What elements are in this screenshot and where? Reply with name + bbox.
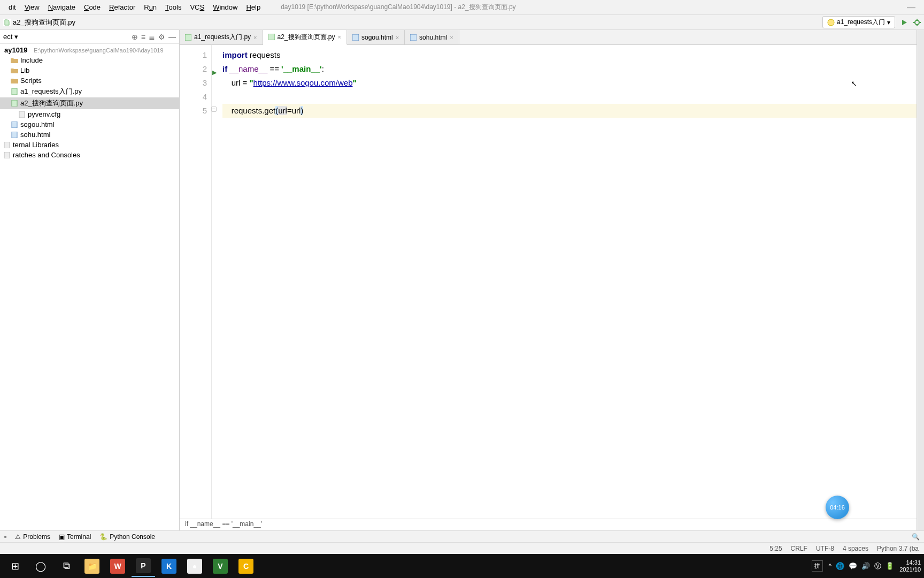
- tray-icon[interactable]: ^: [828, 562, 831, 570]
- code-breadcrumb[interactable]: if __name__ == '__main__': [180, 519, 924, 530]
- gear-icon[interactable]: ⚙: [158, 33, 165, 41]
- menu-refactor[interactable]: Refactor: [105, 2, 140, 12]
- debug-button[interactable]: [913, 19, 921, 26]
- menu-run[interactable]: Run: [140, 2, 161, 12]
- svg-rect-12: [4, 142, 10, 148]
- svg-rect-16: [352, 34, 359, 41]
- taskbar-app-6[interactable]: K: [157, 556, 181, 577]
- tree-item[interactable]: sohu.html: [0, 130, 179, 140]
- chevron-down-icon: ▾: [887, 19, 890, 26]
- status-encoding[interactable]: UTF-8: [816, 545, 834, 552]
- breadcrumb-file[interactable]: a2_搜狗查询页面.py: [13, 18, 75, 27]
- editor-tab[interactable]: sohu.html×: [405, 30, 459, 44]
- file-icon: [410, 34, 417, 41]
- close-icon[interactable]: ×: [396, 34, 399, 41]
- tray-icon[interactable]: 🔋: [886, 562, 894, 570]
- tree-item[interactable]: pyvenv.cfg: [0, 109, 179, 119]
- window-title: day1019 [E:\pythonWorkspase\guangCaiMao1…: [281, 3, 515, 12]
- tray-icon[interactable]: 🌐: [836, 562, 844, 570]
- file-icon: [352, 34, 359, 41]
- tray-icon[interactable]: 🔊: [861, 562, 870, 570]
- py-icon: [11, 88, 18, 95]
- tree-item[interactable]: Lib: [0, 65, 179, 75]
- taskbar-app-0[interactable]: ⊞: [3, 556, 27, 577]
- windows-taskbar: ⊞◯⧉📁WPK●VC 拼 ^🌐💬🔊Ⓥ🔋 14:31 2021/10: [0, 554, 924, 578]
- taskbar-clock[interactable]: 14:31 2021/10: [899, 559, 921, 573]
- tree-item[interactable]: Scripts: [0, 75, 179, 86]
- target-icon[interactable]: ⊕: [132, 33, 138, 41]
- editor-area: a1_requests入门.py×a2_搜狗查询页面.py×sogou.html…: [180, 30, 924, 530]
- code-line[interactable]: requests.get(url=url): [222, 104, 924, 118]
- status-position[interactable]: 5:25: [769, 545, 782, 552]
- tree-item[interactable]: a1_requests入门.py: [0, 86, 179, 97]
- menu-window[interactable]: Window: [209, 2, 242, 12]
- file-icon: [268, 34, 275, 40]
- lib-icon: [3, 142, 11, 148]
- minimize-button[interactable]: —: [903, 3, 920, 12]
- toolbar-row: a2_搜狗查询页面.py a1_requests入门 ▾: [0, 15, 924, 30]
- editor-tab[interactable]: a2_搜狗查询页面.py×: [263, 30, 347, 45]
- editor-body[interactable]: 12▶345− import requestsif __name__ == '_…: [180, 45, 924, 519]
- tray-icon[interactable]: Ⓥ: [874, 561, 881, 571]
- project-header: ect ▾ ⊕ ≡ ≣ ⚙ —: [0, 30, 179, 44]
- tree-item[interactable]: sogou.html: [0, 119, 179, 130]
- svg-rect-11: [12, 132, 17, 138]
- menu-vcs[interactable]: VCS: [186, 2, 209, 12]
- close-icon[interactable]: ×: [338, 34, 341, 40]
- menu-code[interactable]: Code: [80, 2, 105, 12]
- bottom-tool-problems[interactable]: ⚠Problems: [15, 533, 50, 541]
- floating-timer[interactable]: 04:16: [826, 496, 849, 519]
- close-icon[interactable]: ×: [450, 34, 453, 41]
- hide-icon[interactable]: —: [168, 33, 176, 41]
- tree-item[interactable]: Include: [0, 55, 179, 65]
- taskbar-app-4[interactable]: W: [106, 556, 129, 577]
- expand-icon[interactable]: ≡: [141, 33, 145, 41]
- taskbar-app-2[interactable]: ⧉: [55, 556, 78, 577]
- code-line[interactable]: import requests: [222, 48, 924, 62]
- code-line[interactable]: [222, 90, 924, 104]
- project-selector[interactable]: ect: [3, 33, 12, 41]
- tool-window-icon[interactable]: ▫: [4, 533, 6, 541]
- editor-tab[interactable]: sogou.html×: [347, 30, 405, 44]
- search-icon[interactable]: 🔍: [912, 533, 920, 541]
- menu-view[interactable]: View: [20, 2, 44, 12]
- project-tree[interactable]: ay1019 E:\pythonWorkspase\guangCaiMao190…: [0, 44, 179, 161]
- close-icon[interactable]: ×: [253, 34, 257, 41]
- status-indent[interactable]: 4 spaces: [843, 545, 868, 552]
- code-line[interactable]: if __name__ == '__main__':: [222, 62, 924, 76]
- main-split: ect ▾ ⊕ ≡ ≣ ⚙ — ay1019 E:\pythonWorkspas…: [0, 30, 924, 530]
- editor-tab[interactable]: a1_requests入门.py×: [180, 30, 263, 44]
- menu-tools[interactable]: Tools: [161, 2, 186, 12]
- taskbar-app-1[interactable]: ◯: [29, 556, 52, 577]
- taskbar-app-3[interactable]: 📁: [80, 556, 104, 577]
- project-panel: ect ▾ ⊕ ≡ ≣ ⚙ — ay1019 E:\pythonWorkspas…: [0, 30, 180, 530]
- mouse-cursor-icon: ↖: [851, 79, 857, 88]
- taskbar-app-8[interactable]: V: [209, 556, 232, 577]
- status-eol[interactable]: CRLF: [791, 545, 807, 552]
- menu-help[interactable]: Help: [242, 2, 265, 12]
- menu-navigate[interactable]: Navigate: [44, 2, 80, 12]
- tree-item[interactable]: a2_搜狗查询页面.py: [0, 97, 179, 109]
- menu-edit[interactable]: dit: [4, 2, 20, 12]
- run-config-select[interactable]: a1_requests入门 ▾: [822, 16, 895, 28]
- bottom-tool-terminal[interactable]: ▣Terminal: [59, 533, 91, 541]
- taskbar-app-7[interactable]: ●: [183, 556, 206, 577]
- taskbar-app-9[interactable]: C: [234, 556, 258, 577]
- tray-icon[interactable]: 💬: [849, 562, 857, 570]
- tree-item[interactable]: ternal Libraries: [0, 140, 179, 150]
- svg-rect-14: [185, 34, 191, 41]
- run-button[interactable]: [900, 19, 908, 26]
- code-content[interactable]: import requestsif __name__ == '__main__'…: [212, 45, 924, 519]
- scratch-icon: [3, 152, 11, 158]
- ime-indicator[interactable]: 拼: [812, 560, 823, 572]
- taskbar-app-5[interactable]: P: [132, 556, 155, 577]
- bottom-tool-python-console[interactable]: 🐍Python Console: [99, 533, 155, 541]
- collapse-icon[interactable]: ≣: [149, 33, 155, 41]
- code-line[interactable]: url = "https://www.sogou.com/web": [222, 76, 924, 90]
- svg-rect-7: [12, 88, 17, 95]
- editor-scrollbar[interactable]: [917, 30, 924, 530]
- file-icon: [185, 34, 191, 41]
- tree-root[interactable]: ay1019 E:\pythonWorkspase\guangCaiMao190…: [0, 45, 179, 55]
- status-interpreter[interactable]: Python 3.7 (ba: [877, 545, 919, 552]
- tree-item[interactable]: ratches and Consoles: [0, 150, 179, 160]
